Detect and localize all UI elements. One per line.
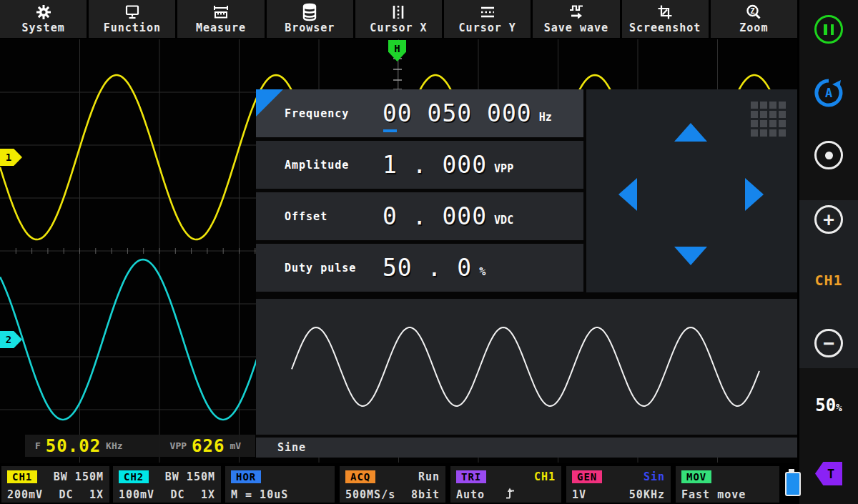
param-row-amplitude[interactable]: Amplitude 1 . 000 VPP: [256, 141, 583, 189]
save-wave-button[interactable]: Save wave: [533, 0, 619, 38]
digit-cursor: [383, 129, 397, 132]
trigger-50-button[interactable]: 50%: [815, 395, 842, 415]
gen-frequency: 50KHz: [629, 488, 665, 501]
measure-icon: [212, 3, 230, 21]
arrow-right-button[interactable]: [745, 178, 764, 211]
status-horizontal[interactable]: HOR M = 10uS: [225, 466, 335, 503]
param-row-frequency[interactable]: Frequency 00 050 000 Hz: [256, 89, 583, 137]
system-button[interactable]: System: [0, 0, 87, 38]
measure-label: Measure: [196, 21, 246, 34]
battery-icon: [785, 472, 801, 496]
amplitude-label: Amplitude: [285, 141, 349, 189]
param-row-duty[interactable]: Duty pulse 50 . 0 %: [256, 244, 583, 292]
svg-text:Z: Z: [751, 7, 755, 15]
trigger-source: CH1: [534, 470, 556, 483]
save-wave-label: Save wave: [544, 21, 608, 34]
database-icon: [301, 3, 318, 21]
gen-amplitude: 1V: [572, 488, 586, 501]
zoom-button[interactable]: Z Zoom: [711, 0, 797, 38]
offset-value: 0 . 000: [383, 202, 487, 230]
auto-set-button[interactable]: A: [814, 78, 844, 111]
amplitude-unit: VPP: [494, 162, 513, 175]
cursor-y-icon: [479, 3, 496, 21]
ch2-coupling: DC: [171, 488, 185, 501]
cursor-y-button[interactable]: Cursor Y: [444, 0, 531, 38]
ch2-bw: BW 150M: [165, 470, 215, 483]
toolbar: System Function Measure Browser Cursor X: [0, 0, 797, 38]
ch1-badge: CH1: [7, 470, 37, 483]
waveform-preview: [256, 299, 797, 435]
vpp-unit: mV: [230, 440, 241, 451]
status-bar: CH1BW 150M 200mVDC1X CH2BW 150M 100mVDC1…: [0, 465, 797, 504]
status-ch1[interactable]: CH1BW 150M 200mVDC1X: [1, 466, 109, 503]
timebase-value: M = 10uS: [231, 488, 288, 501]
run-pause-button[interactable]: [814, 15, 843, 44]
freq-label: F: [35, 440, 41, 451]
screenshot-button[interactable]: Screenshot: [622, 0, 709, 38]
grid-keypad-icon[interactable]: [751, 102, 786, 137]
hor-badge: HOR: [231, 470, 261, 483]
ch2-badge: CH2: [119, 470, 149, 483]
system-label: System: [22, 21, 65, 34]
param-row-offset[interactable]: Offset 0 . 000 VDC: [256, 192, 583, 240]
magnifier-icon: Z: [745, 3, 762, 21]
minus-icon: −: [814, 329, 843, 357]
measure-button[interactable]: Measure: [177, 0, 264, 38]
status-ch2[interactable]: CH2BW 150M 100mVDC1X: [113, 466, 221, 503]
duty-value: 50 . 0: [383, 254, 472, 282]
gen-badge: GEN: [572, 470, 602, 483]
frequency-label: Frequency: [285, 89, 349, 137]
arrow-left-button[interactable]: [618, 178, 637, 211]
vpp-label: VPP: [170, 440, 187, 451]
duty-label: Duty pulse: [285, 244, 356, 292]
scale-increase-button[interactable]: +: [814, 205, 843, 234]
cursor-x-icon: [390, 3, 407, 21]
ch1-bw: BW 150M: [54, 470, 104, 483]
scale-decrease-button[interactable]: −: [814, 329, 843, 357]
ch2-volts: 100mV: [119, 488, 154, 501]
save-wave-icon: [567, 3, 586, 21]
ch1-coupling: DC: [59, 488, 74, 501]
dot-circle-icon: [814, 141, 843, 169]
status-generator[interactable]: GENSin 1V50KHz: [566, 466, 671, 503]
wave-type-bar[interactable]: Sine: [256, 438, 797, 458]
status-trigger[interactable]: TRICH1 Auto: [450, 466, 561, 503]
trigger-mode: Auto: [456, 488, 485, 501]
screenshot-label: Screenshot: [629, 21, 701, 34]
wave-type-label: Sine: [277, 441, 306, 454]
rising-edge-icon: [506, 488, 516, 503]
svg-text:A: A: [825, 86, 832, 100]
plus-icon: +: [814, 205, 843, 234]
function-button[interactable]: Function: [89, 0, 175, 38]
frequency-unit: Hz: [539, 111, 552, 124]
freq-unit: KHz: [106, 440, 122, 451]
arrow-down-button[interactable]: [674, 247, 707, 265]
sample-rate: 500MS/s: [345, 488, 395, 501]
status-move[interactable]: MOV Fast move: [676, 466, 779, 503]
vpp-value: 626: [192, 436, 225, 456]
gen-wave-type: Sin: [644, 470, 665, 483]
frequency-value: 00 050 000: [383, 99, 532, 127]
offset-label: Offset: [285, 192, 327, 240]
navigation-pad: [586, 89, 797, 292]
cursor-y-label: Cursor Y: [459, 21, 516, 34]
sidebar: A + CH1 − 50% T: [799, 0, 858, 504]
ch2-probe: 1X: [201, 488, 215, 501]
preview-sine-wave: [292, 327, 759, 406]
measurement-readout: F 50.02 KHz VPP 626 mV: [25, 435, 255, 457]
monitor-icon: [124, 3, 141, 21]
status-acquisition[interactable]: ACQRun 500MS/s8bit: [340, 466, 445, 503]
center-dot-button[interactable]: [814, 141, 843, 169]
move-mode: Fast move: [681, 488, 746, 501]
run-state: Run: [418, 470, 440, 483]
active-channel-button[interactable]: CH1: [814, 272, 842, 289]
cursor-x-button[interactable]: Cursor X: [355, 0, 442, 38]
freq-value: 50.02: [46, 436, 101, 456]
tri-badge: TRI: [456, 470, 486, 483]
trigger-level-tag[interactable]: T: [815, 462, 842, 485]
browser-button[interactable]: Browser: [267, 0, 353, 38]
cursor-x-label: Cursor X: [370, 21, 427, 34]
ch1-probe: 1X: [89, 488, 104, 501]
gear-icon: [35, 3, 52, 21]
arrow-up-button[interactable]: [674, 123, 707, 142]
